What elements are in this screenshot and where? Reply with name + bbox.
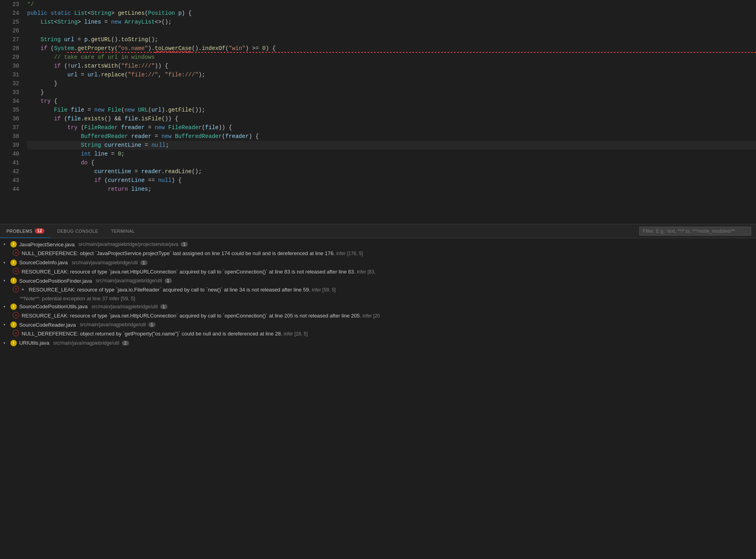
code-container: 23 24 25 26 27 28 29 30 31 32 33 34 35 3… (0, 0, 756, 224)
code-line-42: currentLine = reader . readLine (); (27, 167, 756, 176)
file-group-source-code-position-utils: ▾ ! SourceCodePositionUtils.java src/mai… (0, 302, 756, 321)
file-header-source-code-position-finder[interactable]: ▾ ! SourceCodePositionFinder.java src/ma… (0, 276, 756, 285)
note-text-resource-leak-2: **Note**: potential exception at line 37… (20, 295, 135, 301)
code-line-38: BufferedReader reader = new BufferedRead… (27, 132, 756, 141)
error-x-icon: ✕ (13, 250, 19, 256)
count-source-code-reader: 1 (148, 322, 155, 327)
code-lines[interactable]: */ public static List < String > getLine… (24, 0, 756, 224)
filepath-source-code-position-utils: src/main/java/magpiebridge/util (92, 304, 157, 309)
chevron-down-icon-2: ▾ (3, 260, 8, 265)
file-group-source-code-position-finder: ▾ ! SourceCodePositionFinder.java src/ma… (0, 276, 756, 302)
file-group-source-code-info: ▾ ! SourceCodeInfo.java src/main/java/ma… (0, 258, 756, 277)
problem-message-null-deref-2: NULL_DEREFERENCE: object returned by `ge… (22, 330, 753, 338)
code-line-44: return lines ; (27, 185, 756, 194)
chevron-down-icon-4: ▾ (3, 304, 8, 309)
file-header-java-project-service[interactable]: ▾ ! JavaProjectService.java src/main/jav… (0, 240, 756, 249)
code-line-33: } (27, 88, 756, 97)
note-resource-leak-2: **Note**: potential exception at line 37… (0, 295, 756, 302)
filename-java-project-service: JavaProjectService.java (19, 242, 75, 248)
error-x-icon-2: ✕ (13, 268, 19, 274)
code-line-23: */ (27, 0, 756, 9)
code-line-37: try ( FileReader freader = new FileReade… (27, 123, 756, 132)
problem-source-resource-leak-3: infer (362, 313, 373, 319)
problem-message-null-deref-1: NULL_DEREFERENCE: object `JavaProjectSer… (22, 250, 753, 258)
code-line-30: if (! url . startsWith ( "file:///" )) { (27, 62, 756, 70)
bottom-panel: PROBLEMS 12 DEBUG CONSOLE TERMINAL ▾ ! J… (0, 224, 756, 559)
problem-location-null-deref-2: [28, 5] (294, 331, 308, 337)
code-line-32: } (27, 79, 756, 88)
filepath-source-code-reader: src/main/java/magpiebridge/util (80, 322, 146, 327)
problem-location-resource-leak-1: [83, (368, 269, 376, 275)
tab-debug-label: DEBUG CONSOLE (57, 229, 98, 234)
problem-source-null-deref-2: infer (284, 331, 294, 337)
problem-item-resource-leak-2[interactable]: ✕ ▲ RESOURCE_LEAK: resource of type `jav… (0, 285, 756, 295)
chevron-down-icon-3: ▾ (3, 278, 8, 283)
line-numbers: 23 24 25 26 27 28 29 30 31 32 33 34 35 3… (0, 0, 24, 224)
count-source-code-position-utils: 1 (160, 304, 167, 309)
code-line-41: do { (27, 158, 756, 167)
file-header-source-code-reader[interactable]: ▾ ! SourceCodeReader.java src/main/java/… (0, 320, 756, 329)
file-group-java-project-service: ▾ ! JavaProjectService.java src/main/jav… (0, 240, 756, 258)
panel-tabs: PROBLEMS 12 DEBUG CONSOLE TERMINAL (0, 224, 756, 238)
tab-terminal-label: TERMINAL (111, 229, 135, 234)
problem-location-resource-leak-3: [20 (373, 313, 380, 319)
filename-source-code-reader: SourceCodeReader.java (19, 322, 76, 328)
error-x-icon-5: ✕ (13, 330, 19, 336)
filename-uri-utils: URIUtils.java (19, 340, 49, 346)
code-line-36: if ( file . exists () && file . isFile (… (27, 114, 756, 123)
problems-list[interactable]: ▾ ! JavaProjectService.java src/main/jav… (0, 238, 756, 559)
tab-problems[interactable]: PROBLEMS 12 (0, 224, 51, 238)
problem-source-resource-leak-2: infer (312, 287, 322, 293)
code-line-39: String currentLine = null ; (27, 141, 756, 150)
filepath-source-code-info: src/main/java/magpiebridge/util (72, 260, 137, 266)
chevron-down-icon: ▾ (3, 242, 8, 247)
error-icon-uri-utils: ! (10, 340, 17, 346)
problem-item-resource-leak-1[interactable]: ✕ RESOURCE_LEAK: resource of type `java.… (0, 267, 756, 277)
code-line-27: String url = p . getURL (). toString (); (27, 35, 756, 44)
count-uri-utils: 2 (122, 341, 129, 345)
editor-area: 23 24 25 26 27 28 29 30 31 32 33 34 35 3… (0, 0, 756, 224)
filepath-uri-utils: src/main/java/magpiebridge/util (53, 340, 119, 346)
filepath-java-project-service: src/main/java/magpiebridge/projectservic… (79, 242, 178, 247)
error-x-icon-4: ✕ (13, 312, 19, 318)
problem-source-null-deref-1: infer (336, 251, 347, 256)
filename-source-code-position-finder: SourceCodePositionFinder.java (19, 278, 92, 284)
tab-debug-console[interactable]: DEBUG CONSOLE (51, 224, 104, 238)
file-header-source-code-info[interactable]: ▾ ! SourceCodeInfo.java src/main/java/ma… (0, 258, 756, 267)
tab-problems-label: PROBLEMS (6, 229, 32, 234)
error-x-icon-3: ✕ (13, 286, 19, 292)
file-group-uri-utils: ▾ ! URIUtils.java src/main/java/magpiebr… (0, 339, 756, 347)
filename-source-code-position-utils: SourceCodePositionUtils.java (19, 303, 88, 309)
problem-item-resource-leak-3[interactable]: ✕ RESOURCE_LEAK: resource of type `java.… (0, 311, 756, 321)
problems-badge: 12 (35, 228, 44, 234)
code-line-35: File file = new File ( new URL ( url ). … (27, 106, 756, 114)
code-line-26 (27, 26, 756, 35)
code-line-31: url = url . replace ( "file://" , "file:… (27, 70, 756, 79)
code-line-43: if ( currentLine == null ) { (27, 176, 756, 185)
filepath-source-code-position-finder: src/main/java/magpiebridge/util (96, 278, 162, 283)
problem-item-null-deref-2[interactable]: ✕ NULL_DEREFERENCE: object returned by `… (0, 329, 756, 339)
count-source-code-info: 1 (140, 260, 147, 265)
chevron-right-icon: ▾ (3, 341, 8, 345)
problem-location-resource-leak-2: [59, 5] (322, 287, 336, 293)
problem-source-resource-leak-1: infer (357, 269, 368, 275)
code-line-29: // take care of url in windows (27, 53, 756, 62)
problem-location-null-deref-1: [176, 5] (347, 251, 363, 256)
code-line-34: try { (27, 97, 756, 106)
tab-terminal[interactable]: TERMINAL (105, 224, 141, 238)
file-header-source-code-position-utils[interactable]: ▾ ! SourceCodePositionUtils.java src/mai… (0, 302, 756, 311)
error-icon-source-code-position-utils: ! (10, 303, 17, 310)
problem-item-null-deref-1[interactable]: ✕ NULL_DEREFERENCE: object `JavaProjectS… (0, 249, 756, 258)
expand-icon[interactable]: ▲ (22, 287, 26, 291)
error-icon-source-code-reader: ! (10, 321, 17, 328)
error-icon-source-code-info: ! (10, 260, 17, 266)
code-line-40: int line = 0 ; (27, 150, 756, 158)
file-header-uri-utils[interactable]: ▾ ! URIUtils.java src/main/java/magpiebr… (0, 339, 756, 347)
code-line-25: List < String > lines = new ArrayList <>… (27, 18, 756, 26)
filter-input[interactable] (639, 227, 751, 236)
filter-container (639, 224, 756, 238)
file-group-source-code-reader: ▾ ! SourceCodeReader.java src/main/java/… (0, 320, 756, 339)
count-source-code-position-finder: 1 (165, 278, 172, 283)
count-java-project-service: 1 (181, 242, 188, 247)
filename-source-code-info: SourceCodeInfo.java (19, 260, 68, 266)
